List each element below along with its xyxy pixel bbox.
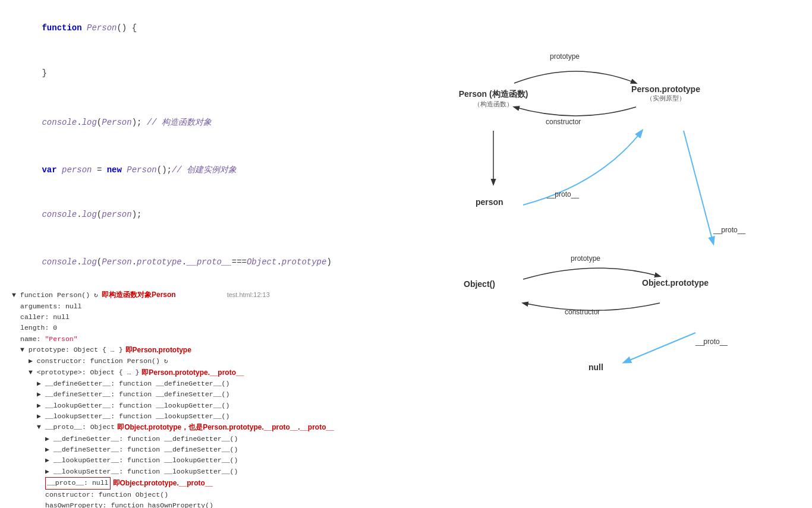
code-line-1: function Person() { xyxy=(12,6,404,51)
person-instance-label: person xyxy=(476,197,503,207)
code-block-2: console.log(Person); // 构造函数对象 xyxy=(12,100,404,146)
debug-row-ds1: ▶ __defineSetter__: function __defineSet… xyxy=(12,389,404,400)
code-block: function Person() { } xyxy=(12,6,404,96)
debug-row-dg1: ▶ __defineGetter__: function __defineGet… xyxy=(12,378,404,389)
debug-row-proto-null: __proto__: null 即Object.prototype.__prot… xyxy=(12,477,404,489)
code-line-5: console.log(person); xyxy=(12,193,404,238)
node-object-constructor: Object() xyxy=(464,279,495,289)
debug-tree: ▼ function Person() ↻ 即构造函数对象Person test… xyxy=(12,289,404,508)
node-person-instance: person xyxy=(476,197,503,207)
null-label: null xyxy=(588,362,603,372)
label-constructor-bottom: constructor xyxy=(565,308,600,316)
code-block-4: console.log(Person.prototype.__proto__==… xyxy=(12,240,404,285)
debug-location: test.html:12:13 xyxy=(227,290,270,301)
debug-row-dg2: ▶ __defineGetter__: function __defineGet… xyxy=(12,434,404,444)
code-block-3: var person = new Person();// 创建实例对象 cons… xyxy=(12,148,404,238)
person-prototype-sub: （实例原型） xyxy=(618,94,713,103)
node-null: null xyxy=(588,362,603,372)
debug-row-proto-obj: ▼ __proto__: Object 即Object.prototype，也是… xyxy=(12,422,404,433)
debug-row-ds2: ▶ __defineSetter__: function __defineSet… xyxy=(12,444,404,455)
debug-row-hasown: hasOwnProperty: function hasOwnProperty(… xyxy=(12,500,404,508)
person-constructor-label: Person (构造函数) xyxy=(458,89,529,100)
right-panel: prototype constructor Person (构造函数) （构造函… xyxy=(416,0,812,508)
person-constructor-sub: （构造函数） xyxy=(458,100,529,109)
code-line-2: } xyxy=(12,51,404,96)
debug-row-ls1: ▶ __lookupSetter__: function __lookupSet… xyxy=(12,411,404,422)
debug-row-proto-person: ▼ <prototype>: Object { … } 即Person.prot… xyxy=(12,367,404,378)
debug-row-prototype: ▼ prototype: Object { … } 即Person.protot… xyxy=(12,345,404,356)
code-line-6: console.log(Person.prototype.__proto__==… xyxy=(12,240,404,285)
object-constructor-label: Object() xyxy=(464,279,495,289)
debug-title: ▼ function Person() ↻ xyxy=(12,290,98,301)
debug-row-caller: caller: null xyxy=(12,312,404,323)
debug-row-lg1: ▶ __lookupGetter__: function __lookupGet… xyxy=(12,400,404,411)
debug-row-constructor-obj: constructor: function Object() xyxy=(12,490,404,500)
label-proto-3: __proto__ xyxy=(695,337,728,346)
label-prototype-bottom: prototype xyxy=(571,254,600,263)
label-proto-2: __proto__ xyxy=(713,226,745,234)
label-prototype-top: prototype xyxy=(550,52,580,61)
debug-row-name: name: "Person" xyxy=(12,334,404,345)
node-person-prototype: Person.prototype （实例原型） xyxy=(618,84,713,103)
debug-row-arguments: arguments: null xyxy=(12,301,404,312)
person-prototype-label: Person.prototype xyxy=(618,84,713,94)
debug-anno-title: 即构造函数对象Person xyxy=(102,289,176,301)
debug-row-constructor: ▶ constructor: function Person() ↻ xyxy=(12,356,404,367)
label-proto-1: __proto__ xyxy=(547,190,579,198)
label-constructor-top: constructor xyxy=(546,118,581,126)
node-object-prototype: Object.prototype xyxy=(642,278,709,288)
object-prototype-label: Object.prototype xyxy=(642,278,709,288)
debug-row-length: length: 0 xyxy=(12,323,404,333)
diagram-container: prototype constructor Person (构造函数) （构造函… xyxy=(446,48,755,380)
debug-row-ls2: ▶ __lookupSetter__: function __lookupSet… xyxy=(12,466,404,477)
node-person-constructor: Person (构造函数) （构造函数） xyxy=(458,89,529,109)
code-line-4: var person = new Person();// 创建实例对象 xyxy=(12,148,404,193)
code-line-3: console.log(Person); // 构造函数对象 xyxy=(12,100,404,146)
debug-row-lg2: ▶ __lookupGetter__: function __lookupGet… xyxy=(12,455,404,466)
left-panel: function Person() { } console.log(Person… xyxy=(0,0,416,508)
